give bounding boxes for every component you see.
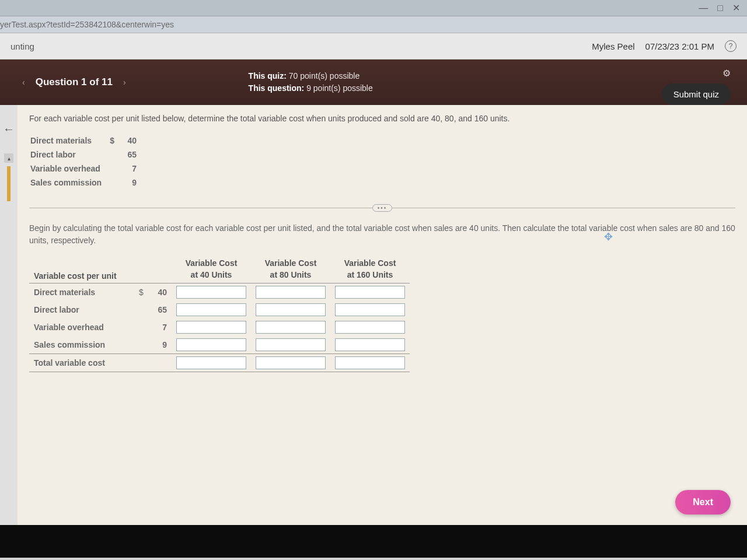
- expand-handle-icon[interactable]: •••: [372, 204, 393, 212]
- close-icon[interactable]: ✕: [732, 2, 740, 13]
- unit-value: 9: [148, 336, 172, 354]
- next-question-button[interactable]: ›: [117, 74, 132, 90]
- unit-value: 40: [148, 283, 172, 301]
- given-value: 7: [123, 162, 144, 175]
- currency-symbol: [110, 148, 121, 161]
- window-controls: — □ ✕: [0, 0, 747, 16]
- next-button[interactable]: Next: [675, 490, 731, 514]
- row-label: Variable overhead: [29, 318, 134, 336]
- answer-input[interactable]: [256, 303, 326, 316]
- currency-symbol: $: [110, 134, 121, 147]
- table-row: Variable overhead 7: [30, 162, 144, 175]
- question-prompt: For each variable cost per unit listed b…: [29, 113, 735, 125]
- currency-symbol: [110, 176, 121, 189]
- question-panel: For each variable cost per unit listed b…: [18, 105, 747, 525]
- given-label: Direct materials: [30, 134, 109, 147]
- given-value: 9: [123, 176, 144, 189]
- currency-symbol: [134, 336, 148, 354]
- answer-input[interactable]: [176, 321, 246, 334]
- help-icon[interactable]: ?: [725, 40, 736, 52]
- table-row: Direct labor 65: [29, 301, 410, 318]
- answer-grid: Variable Cost Variable Cost Variable Cos…: [29, 256, 410, 372]
- maximize-icon[interactable]: □: [717, 3, 723, 13]
- move-handle-icon[interactable]: ✥: [604, 230, 613, 243]
- currency-symbol: [134, 318, 148, 336]
- table-row: Total variable cost: [29, 354, 410, 372]
- url-bar: yerTest.aspx?testId=253842108&centerwin=…: [0, 16, 747, 33]
- col-header-top: Variable Cost: [251, 256, 330, 269]
- left-rail: ← ▴: [0, 105, 18, 525]
- answer-input[interactable]: [335, 338, 405, 351]
- currency-symbol: [134, 301, 148, 318]
- step-instructions: Begin by calculating the total variable …: [29, 222, 735, 247]
- timestamp: 07/23/23 2:01 PM: [645, 41, 714, 51]
- answer-input[interactable]: [256, 286, 326, 299]
- given-label: Sales commission: [30, 176, 109, 189]
- back-arrow-icon[interactable]: ←: [3, 123, 15, 136]
- col-header-bottom: at 160 Units: [330, 269, 410, 284]
- table-row: Direct labor 65: [30, 148, 144, 161]
- scroll-up-icon[interactable]: ▴: [4, 153, 13, 163]
- bottom-bezel: [0, 525, 747, 558]
- row-label: Sales commission: [29, 336, 134, 354]
- answer-input[interactable]: [176, 286, 246, 299]
- course-title-fragment: unting: [11, 41, 34, 51]
- user-name: Myles Peel: [592, 41, 634, 51]
- quiz-points-info: This quiz: 70 point(s) possible This que…: [249, 70, 373, 94]
- unit-value: 65: [148, 301, 172, 318]
- section-divider: •••: [29, 204, 735, 212]
- unit-value: 7: [148, 318, 172, 336]
- table-row: Variable overhead 7: [29, 318, 410, 336]
- page-header: unting Myles Peel 07/23/23 2:01 PM ?: [0, 33, 747, 60]
- table-row: Direct materials $ 40: [30, 134, 144, 147]
- given-value: 65: [123, 148, 144, 161]
- url-text: yerTest.aspx?testId=253842108&centerwin=…: [0, 20, 174, 29]
- question-points-value: 9 point(s) possible: [306, 83, 373, 93]
- answer-input[interactable]: [256, 338, 326, 351]
- quiz-points-value: 70 point(s) possible: [289, 71, 359, 80]
- col-header-bottom: at 40 Units: [172, 269, 251, 284]
- row-label: Total variable cost: [29, 354, 134, 372]
- answer-input[interactable]: [335, 356, 405, 369]
- question-indicator: Question 1 of 11: [36, 76, 113, 88]
- given-label: Variable overhead: [30, 162, 109, 175]
- answer-input[interactable]: [256, 321, 326, 334]
- answer-input[interactable]: [335, 286, 405, 299]
- answer-input[interactable]: [176, 356, 246, 369]
- currency-symbol: [110, 162, 121, 175]
- table-row: Direct materials $ 40: [29, 283, 410, 301]
- minimize-icon[interactable]: —: [699, 3, 708, 13]
- answer-input[interactable]: [256, 356, 326, 369]
- currency-symbol: $: [134, 283, 148, 301]
- row-header: Variable cost per unit: [29, 269, 134, 284]
- col-header-bottom: at 80 Units: [251, 269, 330, 284]
- answer-input[interactable]: [335, 303, 405, 316]
- prev-question-button[interactable]: ‹: [16, 74, 31, 90]
- table-row: Sales commission 9: [29, 336, 410, 354]
- row-label: Direct labor: [29, 301, 134, 318]
- answer-input[interactable]: [176, 338, 246, 351]
- row-label: Direct materials: [29, 283, 134, 301]
- question-progress-marker: [7, 166, 11, 201]
- given-costs-table: Direct materials $ 40 Direct labor 65 Va…: [29, 133, 145, 190]
- gear-icon[interactable]: ⚙: [722, 68, 731, 79]
- col-header-top: Variable Cost: [172, 256, 251, 269]
- table-row: Sales commission 9: [30, 176, 144, 189]
- answer-input[interactable]: [335, 321, 405, 334]
- quiz-points-label: This quiz:: [249, 71, 287, 80]
- submit-quiz-button[interactable]: Submit quiz: [662, 83, 731, 105]
- question-points-label: This question:: [249, 83, 305, 93]
- given-value: 40: [123, 134, 144, 147]
- quiz-nav-bar: ‹ Question 1 of 11 › This quiz: 70 point…: [0, 60, 747, 105]
- given-label: Direct labor: [30, 148, 109, 161]
- answer-input[interactable]: [176, 303, 246, 316]
- col-header-top: Variable Cost: [330, 256, 410, 269]
